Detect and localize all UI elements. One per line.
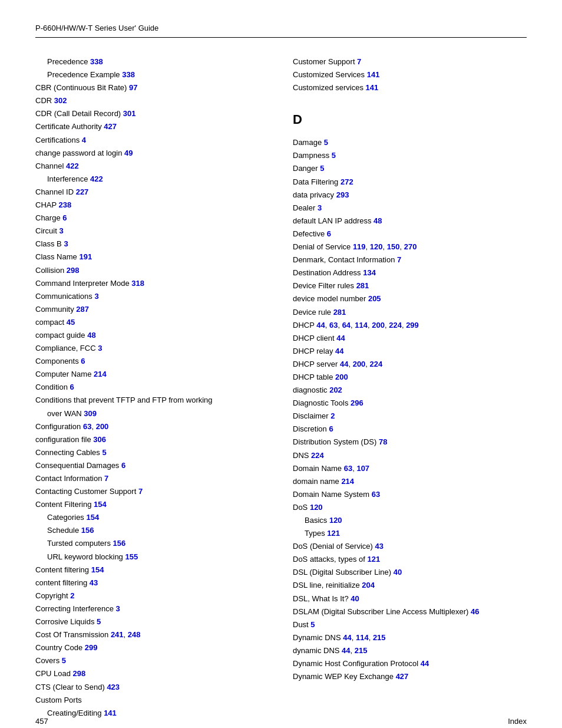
page-link[interactable]: 7 xyxy=(104,474,108,483)
page-link[interactable]: 3 xyxy=(116,604,120,613)
page-link[interactable]: 150 xyxy=(387,242,400,251)
page-link[interactable]: 299 xyxy=(406,321,419,330)
page-link[interactable]: 224 xyxy=(311,451,324,460)
page-link[interactable]: 6 xyxy=(81,357,85,365)
page-link[interactable]: 120 xyxy=(370,242,383,251)
page-link[interactable]: 318 xyxy=(131,279,144,288)
page-link[interactable]: 40 xyxy=(351,594,359,603)
page-link[interactable]: 3 xyxy=(59,226,63,235)
page-link[interactable]: 5 xyxy=(102,448,106,457)
page-link[interactable]: 5 xyxy=(324,138,328,147)
page-link[interactable]: 6 xyxy=(121,461,125,470)
page-link[interactable]: 154 xyxy=(94,500,107,509)
page-link[interactable]: 48 xyxy=(87,331,95,340)
page-link[interactable]: 200 xyxy=(96,422,109,431)
page-link[interactable]: 241 xyxy=(111,630,124,639)
page-link[interactable]: 215 xyxy=(355,646,368,655)
page-link[interactable]: 422 xyxy=(66,162,79,170)
page-link[interactable]: 63 xyxy=(372,490,380,499)
page-link[interactable]: 202 xyxy=(329,386,342,394)
page-link[interactable]: 141 xyxy=(366,83,379,92)
page-link[interactable]: 215 xyxy=(373,633,386,642)
page-link[interactable]: 156 xyxy=(113,539,126,548)
page-link[interactable]: 44 xyxy=(343,633,351,642)
page-link[interactable]: 63 xyxy=(329,321,338,330)
page-link[interactable]: 40 xyxy=(394,568,402,577)
page-link[interactable]: 306 xyxy=(93,435,106,444)
page-link[interactable]: 6 xyxy=(327,229,331,238)
page-link[interactable]: 44 xyxy=(335,347,343,355)
page-link[interactable]: 6 xyxy=(62,213,67,222)
page-link[interactable]: 204 xyxy=(362,581,375,589)
page-link[interactable]: 3 xyxy=(318,203,322,212)
page-link[interactable]: 191 xyxy=(79,252,92,261)
page-link[interactable]: 423 xyxy=(107,683,120,691)
page-link[interactable]: 46 xyxy=(471,607,479,616)
page-link[interactable]: 309 xyxy=(84,409,97,418)
page-link[interactable]: 298 xyxy=(67,266,80,275)
page-link[interactable]: 338 xyxy=(122,70,135,79)
page-link[interactable]: 3 xyxy=(98,344,102,353)
page-link[interactable]: 5 xyxy=(62,656,66,665)
page-link[interactable]: 7 xyxy=(138,487,143,496)
page-link[interactable]: 2 xyxy=(330,411,335,420)
page-link[interactable]: 154 xyxy=(86,513,99,522)
page-link[interactable]: 141 xyxy=(104,709,117,717)
page-link[interactable]: 422 xyxy=(90,174,103,183)
page-link[interactable]: 3 xyxy=(64,239,68,248)
page-link[interactable]: 270 xyxy=(404,242,417,251)
page-link[interactable]: 44 xyxy=(336,334,345,342)
page-link[interactable]: 3 xyxy=(94,292,98,301)
page-link[interactable]: 224 xyxy=(389,321,402,330)
page-link[interactable]: 301 xyxy=(123,109,136,118)
page-link[interactable]: 281 xyxy=(333,308,346,317)
page-link[interactable]: 214 xyxy=(341,477,354,486)
page-link[interactable]: 154 xyxy=(91,565,104,574)
page-link[interactable]: 134 xyxy=(363,268,376,277)
page-link[interactable]: 296 xyxy=(351,398,363,407)
page-link[interactable]: 114 xyxy=(356,633,369,642)
page-link[interactable]: 45 xyxy=(67,318,75,327)
page-link[interactable]: 78 xyxy=(379,437,387,446)
page-link[interactable]: 44 xyxy=(340,360,348,368)
page-link[interactable]: 2 xyxy=(70,591,74,600)
page-link[interactable]: 427 xyxy=(396,672,409,681)
page-link[interactable]: 7 xyxy=(397,255,401,264)
page-link[interactable]: 272 xyxy=(340,177,353,186)
page-link[interactable]: 5 xyxy=(310,620,315,629)
page-link[interactable]: 205 xyxy=(368,294,381,303)
page-link[interactable]: 63 xyxy=(83,422,91,431)
page-link[interactable]: 114 xyxy=(355,321,368,330)
page-link[interactable]: 121 xyxy=(367,555,380,564)
page-link[interactable]: 155 xyxy=(125,552,138,561)
page-link[interactable]: 238 xyxy=(59,200,72,209)
page-link[interactable]: 44 xyxy=(316,321,325,330)
page-link[interactable]: 214 xyxy=(94,370,107,378)
page-link[interactable]: 338 xyxy=(90,57,103,66)
page-link[interactable]: 5 xyxy=(320,164,324,173)
page-link[interactable]: 156 xyxy=(81,526,94,535)
page-link[interactable]: 298 xyxy=(73,669,86,678)
page-link[interactable]: 44 xyxy=(342,646,350,655)
page-link[interactable]: 200 xyxy=(372,321,385,330)
page-link[interactable]: 107 xyxy=(356,464,369,473)
page-link[interactable]: 63 xyxy=(344,464,352,473)
page-link[interactable]: 4 xyxy=(82,136,86,144)
page-link[interactable]: 44 xyxy=(421,659,429,668)
page-link[interactable]: 6 xyxy=(70,383,74,391)
page-link[interactable]: 6 xyxy=(329,424,333,433)
page-link[interactable]: 299 xyxy=(85,643,98,652)
page-link[interactable]: 281 xyxy=(356,281,369,290)
page-link[interactable]: 5 xyxy=(332,151,336,160)
page-link[interactable]: 43 xyxy=(375,542,383,551)
page-link[interactable]: 227 xyxy=(76,187,89,196)
page-link[interactable]: 141 xyxy=(367,70,380,79)
page-link[interactable]: 64 xyxy=(342,321,351,330)
page-link[interactable]: 97 xyxy=(129,83,137,92)
page-link[interactable]: 48 xyxy=(373,216,382,225)
page-link[interactable]: 427 xyxy=(104,122,117,131)
page-link[interactable]: 120 xyxy=(329,516,342,525)
page-link[interactable]: 121 xyxy=(327,529,340,538)
page-link[interactable]: 302 xyxy=(54,96,67,105)
page-link[interactable]: 120 xyxy=(310,503,323,512)
